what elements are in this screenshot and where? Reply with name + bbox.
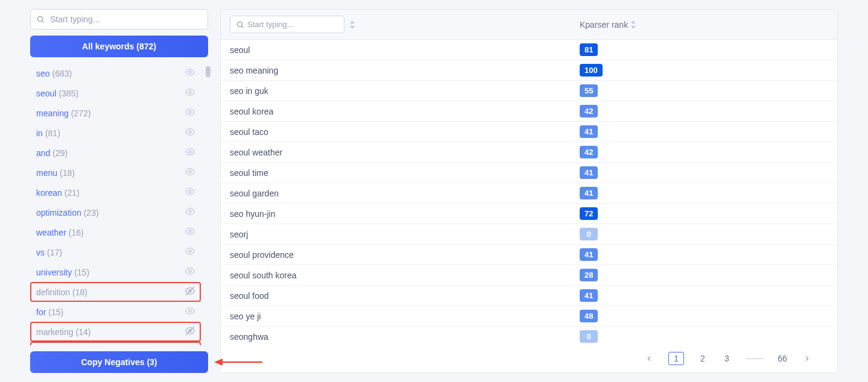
rank-badge: 42 xyxy=(580,146,598,158)
svg-point-8 xyxy=(189,190,191,193)
all-keywords-button[interactable]: All keywords (872) xyxy=(30,36,208,57)
eye-icon[interactable] xyxy=(185,266,195,278)
keyword-item[interactable]: seoul (385) xyxy=(30,83,201,103)
table-row[interactable]: seoul garden41 xyxy=(221,183,837,204)
keyword-item[interactable]: definition (18) xyxy=(30,282,201,302)
keyword-label: meaning (272) xyxy=(36,108,90,118)
keyword-label: for (15) xyxy=(36,307,63,317)
table-row[interactable]: seoul weather42 xyxy=(221,142,837,163)
keyword-count: (683) xyxy=(52,69,72,78)
keyword-item[interactable]: and (29) xyxy=(30,143,201,163)
cell-rank: 72 xyxy=(580,207,598,220)
table-row[interactable]: seoul taco41 xyxy=(221,122,837,142)
keyword-label: in (81) xyxy=(36,128,60,138)
table-row[interactable]: seo meaning100 xyxy=(221,60,837,81)
eye-off-icon[interactable] xyxy=(185,286,195,298)
eye-icon[interactable] xyxy=(185,207,195,218)
keyword-count: (385) xyxy=(59,89,78,98)
cell-keyword: seoul south korea xyxy=(230,271,580,280)
results-panel: Kparser rank seoul81seo meaning100seo in… xyxy=(220,9,838,373)
rank-badge: 41 xyxy=(580,125,598,138)
table-row[interactable]: seoul food41 xyxy=(221,286,837,306)
page-number[interactable]: 1 xyxy=(668,352,684,365)
keyword-item[interactable]: weather (16) xyxy=(30,222,201,242)
copy-negatives-button[interactable]: Copy Negatives (3) xyxy=(30,351,208,373)
eye-icon[interactable] xyxy=(185,187,195,198)
cell-rank: 81 xyxy=(580,43,598,56)
keyword-label: and (29) xyxy=(36,148,68,158)
table-row[interactable]: seoul south korea28 xyxy=(221,265,837,286)
eye-icon[interactable] xyxy=(185,306,195,318)
keyword-word: seo xyxy=(36,69,50,78)
rank-badge: 100 xyxy=(580,64,603,77)
keyword-count: (16) xyxy=(69,228,84,237)
keyword-count: (14) xyxy=(75,327,90,337)
keyword-item[interactable]: optimization (23) xyxy=(30,202,201,222)
sort-icon[interactable] xyxy=(349,20,355,29)
cell-keyword: seoul xyxy=(230,45,580,55)
keyword-item[interactable]: meaning (272) xyxy=(30,103,201,123)
keyword-item[interactable]: korean (21) xyxy=(30,183,201,202)
cell-rank: 55 xyxy=(580,84,598,97)
eye-icon[interactable] xyxy=(185,147,195,158)
table-row[interactable]: seonghwa0 xyxy=(221,327,837,345)
eye-icon[interactable] xyxy=(185,127,195,139)
scrollbar-thumb[interactable] xyxy=(206,66,211,77)
keyword-count: (17) xyxy=(47,248,62,257)
rank-badge: 41 xyxy=(580,289,598,302)
table-row[interactable]: seoul providence41 xyxy=(221,245,837,265)
table-row[interactable]: seorj0 xyxy=(221,224,837,245)
table-row[interactable]: seoul time41 xyxy=(221,163,837,183)
sort-icon[interactable] xyxy=(630,20,636,29)
keyword-label: marketing (14) xyxy=(36,327,90,337)
eye-off-icon[interactable] xyxy=(185,326,195,337)
eye-icon[interactable] xyxy=(185,246,195,258)
eye-icon[interactable] xyxy=(185,107,195,119)
table-row[interactable]: seo in guk55 xyxy=(221,81,837,101)
svg-line-14 xyxy=(186,287,194,295)
rank-badge: 28 xyxy=(580,269,598,281)
sidebar-search-wrapper xyxy=(30,9,208,30)
cell-keyword: seo hyun-jin xyxy=(230,209,580,219)
keyword-item[interactable]: for (15) xyxy=(30,302,201,322)
eye-icon[interactable] xyxy=(185,87,195,99)
keyword-item[interactable]: marketing (14) xyxy=(30,322,201,342)
page-separator xyxy=(746,359,764,359)
cell-rank: 28 xyxy=(580,269,598,281)
page-number[interactable]: 2 xyxy=(697,354,708,363)
eye-icon[interactable] xyxy=(185,67,195,79)
keyword-item[interactable]: university (15) xyxy=(30,262,201,282)
svg-point-2 xyxy=(189,71,191,74)
rank-column-header[interactable]: Kparser rank xyxy=(580,20,636,30)
cell-keyword: seo ye ji xyxy=(230,312,580,321)
cell-keyword: seoul food xyxy=(230,291,580,301)
cell-keyword: seo meaning xyxy=(230,66,580,75)
table-row[interactable]: seo hyun-jin72 xyxy=(221,204,837,224)
keyword-item[interactable]: seo (683) xyxy=(30,63,201,83)
svg-point-11 xyxy=(189,250,191,252)
cell-rank: 41 xyxy=(580,248,598,261)
table-row[interactable]: seo ye ji48 xyxy=(221,306,837,327)
rank-badge: 41 xyxy=(580,166,598,179)
keyword-item[interactable]: menu (18) xyxy=(30,163,201,183)
cell-keyword: seoul taco xyxy=(230,127,580,137)
cell-rank: 41 xyxy=(580,187,598,199)
page-last[interactable]: 66 xyxy=(777,354,788,363)
keyword-item[interactable]: in (81) xyxy=(30,123,201,143)
cell-rank: 0 xyxy=(580,330,598,343)
keyword-item[interactable]: search (19) xyxy=(30,342,201,345)
table-row[interactable]: seoul81 xyxy=(221,40,837,60)
table-search-input[interactable] xyxy=(230,16,344,33)
cell-rank: 0 xyxy=(580,228,598,240)
keyword-item[interactable]: vs (17) xyxy=(30,242,201,262)
page-prev[interactable] xyxy=(643,352,655,365)
page-number[interactable]: 3 xyxy=(721,354,732,363)
eye-icon[interactable] xyxy=(185,167,195,178)
svg-line-23 xyxy=(242,26,244,28)
page-next[interactable] xyxy=(801,352,813,365)
table-row[interactable]: seoul korea42 xyxy=(221,101,837,122)
keyword-word: in xyxy=(36,128,43,138)
sidebar-search-input[interactable] xyxy=(30,9,208,30)
eye-icon[interactable] xyxy=(185,227,195,238)
cell-rank: 100 xyxy=(580,64,603,77)
